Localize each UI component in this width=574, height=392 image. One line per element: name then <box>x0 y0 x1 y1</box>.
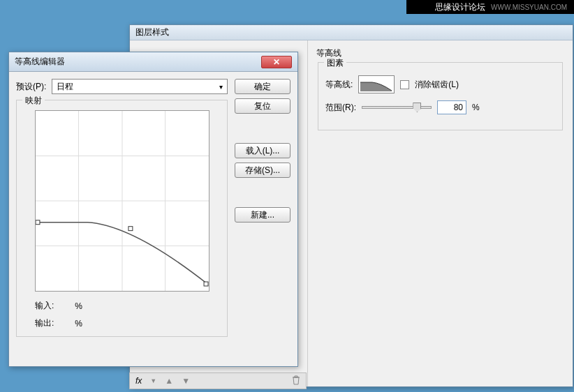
mapping-title: 映射 <box>22 95 45 107</box>
output-unit: % <box>75 319 82 329</box>
layer-style-title-bar[interactable]: 图层样式 <box>130 25 573 40</box>
output-label: 输出: <box>35 317 54 329</box>
reset-button[interactable]: 复位 <box>235 98 290 114</box>
elements-group: 图素 等高线: 消除锯齿(L) 范围(R): <box>318 62 563 130</box>
contour-section-label: 等高线 <box>316 47 564 59</box>
contour-picker[interactable] <box>358 75 395 93</box>
preset-label: 预设(P): <box>16 81 46 93</box>
svg-rect-6 <box>36 220 40 225</box>
svg-rect-8 <box>204 282 208 286</box>
input-unit: % <box>75 301 82 311</box>
load-button[interactable]: 载入(L)... <box>235 143 290 158</box>
watermark-text: 思缘设计论坛 <box>435 1 485 13</box>
up-arrow-icon[interactable]: ▲ <box>165 376 173 386</box>
anti-alias-checkbox[interactable] <box>400 80 409 89</box>
range-slider[interactable] <box>362 106 432 109</box>
preset-dropdown[interactable]: 日程 ▾ <box>52 79 228 94</box>
trash-icon[interactable] <box>292 375 300 387</box>
curve-editor[interactable] <box>35 110 209 292</box>
contour-editor-title: 等高线编辑器 <box>15 56 65 68</box>
new-button[interactable]: 新建... <box>235 207 290 223</box>
preset-value: 日程 <box>57 81 73 93</box>
svg-rect-7 <box>128 227 132 231</box>
watermark-bar: 思缘设计论坛 WWW.MISSYUAN.COM <box>406 0 574 14</box>
ok-button[interactable]: 确定 <box>235 79 290 94</box>
fx-menu-arrow-icon[interactable]: ▼ <box>150 377 156 384</box>
layer-style-title: 图层样式 <box>135 27 169 38</box>
fx-label[interactable]: fx <box>135 376 142 386</box>
contour-label: 等高线: <box>325 79 353 91</box>
contour-editor-dialog: 等高线编辑器 ✕ 预设(P): 日程 ▾ 映射 <box>8 52 298 367</box>
style-settings-column: 等高线 图素 等高线: 消除锯齿(L) 范围(R): <box>308 40 573 386</box>
range-unit: % <box>472 103 480 112</box>
range-slider-thumb[interactable] <box>413 103 421 112</box>
range-label: 范围(R): <box>325 102 356 114</box>
chevron-down-icon: ▾ <box>219 83 223 91</box>
anti-alias-label: 消除锯齿(L) <box>415 79 459 91</box>
mapping-group: 映射 输入: % 输出: % <box>16 100 228 337</box>
effects-bottom-bar: fx ▼ ▲ ▼ <box>129 372 307 389</box>
close-button[interactable]: ✕ <box>261 56 292 68</box>
close-icon: ✕ <box>273 57 280 67</box>
down-arrow-icon[interactable]: ▼ <box>182 376 190 386</box>
elements-group-title: 图素 <box>324 57 346 69</box>
range-input[interactable] <box>437 100 466 114</box>
save-button[interactable]: 存储(S)... <box>235 163 290 178</box>
watermark-url: WWW.MISSYUAN.COM <box>491 3 567 11</box>
input-label: 输入: <box>35 300 54 312</box>
contour-editor-title-bar[interactable]: 等高线编辑器 ✕ <box>9 52 297 72</box>
